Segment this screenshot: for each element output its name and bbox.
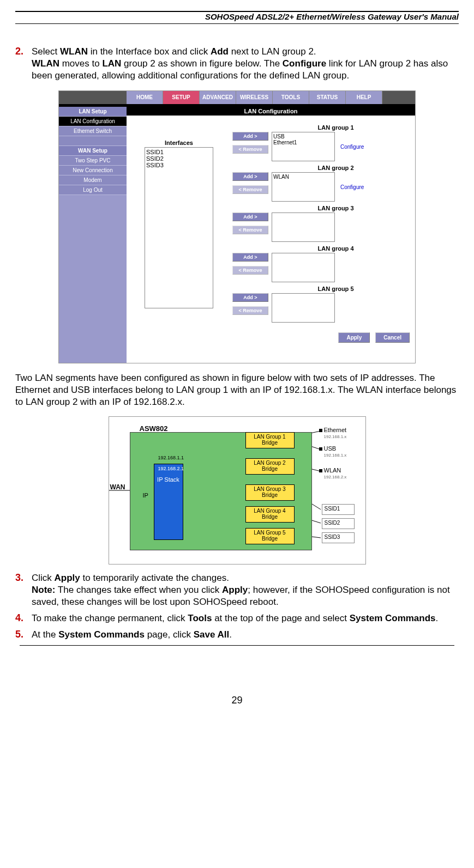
interfaces-list[interactable]: SSID1 SSID2 SSID3 — [145, 147, 213, 308]
t: Click — [32, 573, 55, 583]
group-2-list[interactable]: WLAN — [272, 172, 335, 202]
group-3-list[interactable] — [272, 213, 335, 242]
remove-button-g5[interactable]: < Remove — [232, 306, 268, 315]
ip-2: 192.168.2.1 — [158, 466, 184, 471]
apply-button[interactable]: Apply — [338, 332, 370, 343]
device-label: ASW802 — [140, 424, 168, 433]
t: . — [229, 629, 232, 640]
add-button-g3[interactable]: Add > — [232, 213, 268, 221]
t: moves to — [59, 58, 102, 69]
step-2-number: 2. — [15, 46, 32, 82]
remove-button-g1[interactable]: < Remove — [232, 145, 268, 154]
bridge-1: LAN Group 1 Bridge — [245, 432, 295, 448]
remove-button-g2[interactable]: < Remove — [232, 185, 268, 194]
list-item[interactable]: Ethernet1 — [273, 139, 333, 145]
step-4-number: 4. — [15, 612, 32, 624]
t: Apply — [222, 585, 248, 595]
bridge-2: LAN Group 2 Bridge — [245, 458, 295, 475]
interfaces-label: Interfaces — [135, 139, 223, 146]
group-1-list[interactable]: USB Ethernet1 — [272, 132, 335, 161]
iface-item[interactable]: SSID1 — [146, 149, 212, 155]
ssid1-box: SSID1 — [322, 504, 355, 515]
step-3-body: Click Apply to temporarily activate the … — [32, 572, 459, 608]
wan-label: WAN — [110, 483, 125, 491]
sidebar-item-ethernet-switch[interactable]: Ethernet Switch — [59, 126, 127, 136]
bridge-4: LAN Group 4 Bridge — [245, 506, 295, 523]
svg-rect-13 — [319, 429, 322, 432]
t: to temporarily activate the changes. — [80, 573, 229, 583]
tab-setup[interactable]: SETUP — [163, 91, 200, 104]
add-button-g2[interactable]: Add > — [232, 172, 268, 181]
sidebar-blank — [59, 136, 127, 146]
t: at the top of the page and select — [212, 613, 349, 623]
eth-label: Ethernet — [324, 427, 347, 433]
group-4-title: LAN group 4 — [232, 245, 406, 252]
step-3-number: 3. — [15, 572, 32, 608]
panel-title: LAN Configuration — [127, 107, 415, 116]
usb-ip: 192.168.1.x — [324, 453, 347, 458]
step-2-body: Select WLAN in the Interface box and cli… — [32, 46, 459, 82]
add-button-g1[interactable]: Add > — [232, 132, 268, 141]
add-button-g4[interactable]: Add > — [232, 253, 268, 262]
configure-link-g1[interactable]: Configure — [338, 144, 364, 150]
group-3-title: LAN group 3 — [232, 205, 406, 211]
sidebar-item-new-connection[interactable]: New Connection — [59, 166, 127, 175]
t: To make the change permanent, click — [32, 613, 188, 623]
bridge-3: LAN Group 3 Bridge — [245, 484, 295, 501]
t: WLAN — [32, 58, 59, 69]
sidebar-item-logout[interactable]: Log Out — [59, 185, 127, 195]
wlan-ip: 192.168.2.x — [324, 475, 347, 479]
router-ui-screenshot: HOME SETUP ADVANCED WIRELESS TOOLS STATU… — [58, 90, 416, 363]
add-button-g5[interactable]: Add > — [232, 293, 268, 302]
header-underline — [15, 23, 459, 24]
t: System Commands — [350, 613, 436, 623]
t: next to LAN group 2. — [229, 46, 316, 57]
t: page, click — [145, 629, 194, 640]
t: At the — [32, 629, 58, 640]
remove-button-g3[interactable]: < Remove — [232, 226, 268, 234]
t: The changes take effect when you click — [55, 585, 222, 595]
ip-stack-box: IP Stack — [154, 464, 183, 540]
iface-item[interactable]: SSID2 — [146, 155, 212, 162]
svg-rect-15 — [319, 469, 322, 472]
remove-button-g4[interactable]: < Remove — [232, 266, 268, 275]
t: LAN — [102, 58, 121, 69]
nav-tabs: HOME SETUP ADVANCED WIRELESS TOOLS STATU… — [59, 91, 415, 104]
t: Tools — [188, 613, 212, 623]
iface-item[interactable]: SSID3 — [146, 162, 212, 168]
page-number: 29 — [15, 695, 459, 706]
group-5-list[interactable] — [272, 293, 335, 323]
ssid2-box: SSID2 — [322, 518, 355, 529]
sidebar: LAN Setup LAN Configuration Ethernet Swi… — [59, 107, 127, 363]
t: Save All — [194, 629, 230, 640]
t: WLAN — [60, 46, 88, 57]
ip-label: IP — [143, 492, 148, 499]
bridge-5: LAN Group 5 Bridge — [245, 528, 295, 544]
sidebar-item-modem[interactable]: Modem — [59, 175, 127, 185]
t: Apply — [55, 573, 80, 583]
list-item[interactable]: USB — [273, 133, 333, 139]
tab-home[interactable]: HOME — [127, 91, 163, 104]
tab-help[interactable]: HELP — [346, 91, 382, 104]
sidebar-item-lan-config[interactable]: LAN Configuration — [59, 117, 127, 126]
t: in the Interface box and click — [88, 46, 211, 57]
group-4-list[interactable] — [272, 253, 335, 282]
tab-status[interactable]: STATUS — [309, 91, 346, 104]
tab-wireless[interactable]: WIRELESS — [236, 91, 273, 104]
configure-link-g2[interactable]: Configure — [338, 184, 364, 190]
tab-tools[interactable]: TOOLS — [273, 91, 309, 104]
cancel-button[interactable]: Cancel — [375, 332, 410, 343]
footer-line — [20, 645, 454, 646]
sidebar-header-wan: WAN Setup — [59, 146, 127, 156]
list-item[interactable]: WLAN — [273, 174, 333, 180]
t: Select — [32, 46, 60, 57]
ssid3-box: SSID3 — [322, 532, 355, 543]
sidebar-header-lan: LAN Setup — [59, 107, 127, 117]
sidebar-item-two-step-pvc[interactable]: Two Step PVC — [59, 156, 127, 166]
step-5-body: At the System Commands page, click Save … — [32, 629, 459, 641]
page-header: SOHOSpeed ADSL2/2+ Ethernet/Wireless Gat… — [15, 11, 459, 22]
t: Add — [211, 46, 229, 57]
t: . — [436, 613, 439, 623]
step-5-number: 5. — [15, 629, 32, 641]
tab-advanced[interactable]: ADVANCED — [200, 91, 236, 104]
